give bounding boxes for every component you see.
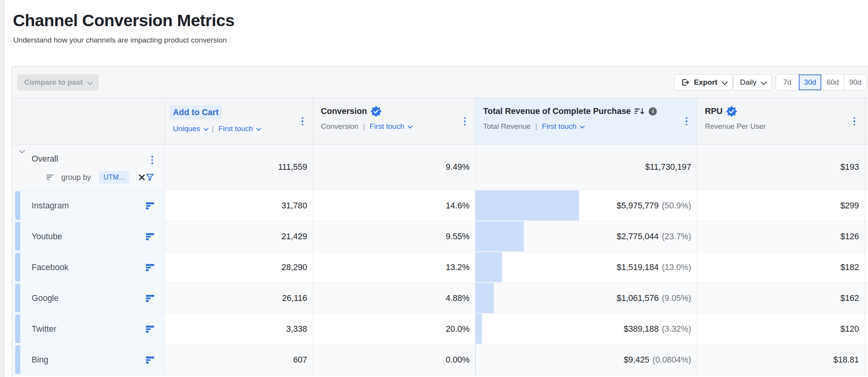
compare-to-past-button[interactable]: Compare to past — [17, 74, 99, 91]
revenue-share: (9.05%) — [662, 293, 691, 303]
revenue-share: (13.0%) — [662, 263, 691, 272]
revenue-bar — [475, 221, 524, 251]
row-label: Bing — [32, 355, 48, 365]
row-label-cell[interactable]: Youtube — [12, 221, 165, 252]
range-90d[interactable]: 90d — [844, 75, 866, 90]
total-revenue-value: $5,975,779 — [617, 201, 659, 211]
column-header-rpu: RPU — [697, 98, 864, 144]
table-row-overall: Overall group by UTM... — [12, 144, 868, 190]
attribution-dropdown[interactable]: First touch — [219, 124, 260, 133]
export-button[interactable]: Export — [674, 74, 733, 91]
cropped-cell — [864, 314, 868, 345]
chevron-down-icon — [87, 79, 93, 85]
column-menu-kebab-icon[interactable] — [684, 116, 689, 127]
row-label-cell[interactable]: Twitter — [12, 314, 165, 345]
chevron-down-icon — [580, 123, 585, 128]
total-revenue-cell: $2,775,044 (23.7%) — [475, 221, 697, 252]
remove-group-by-icon[interactable] — [139, 174, 145, 181]
row-color-stripe — [15, 345, 20, 374]
row-label-cell[interactable]: Facebook — [12, 252, 165, 283]
total-revenue-value: $1,519,184 — [617, 263, 659, 272]
cropped-column-header — [864, 98, 868, 144]
column-menu-kebab-icon[interactable] — [462, 116, 468, 127]
group-by-property-chip[interactable]: UTM... — [99, 171, 129, 184]
measure-label: Total Revenue — [483, 122, 530, 131]
row-label: Instagram — [32, 201, 69, 211]
chevron-down-icon — [256, 126, 261, 131]
rpu-value: $126 — [697, 221, 864, 252]
row-label-cell[interactable]: Instagram — [12, 190, 165, 221]
breakdown-bars-icon[interactable] — [146, 203, 155, 209]
breakdown-bars-icon[interactable] — [146, 326, 155, 333]
revenue-bar — [475, 314, 482, 344]
row-label: Youtube — [32, 232, 62, 242]
conversion-title[interactable]: Conversion — [321, 105, 367, 117]
granularity-button[interactable]: Daily — [733, 74, 772, 91]
page-header: Channel Conversion Metrics Understand ho… — [13, 8, 235, 44]
group-by-label: group by — [61, 173, 91, 182]
row-label: Facebook — [32, 263, 68, 272]
overall-label-cell[interactable]: Overall group by UTM... — [12, 144, 165, 190]
row-color-stripe — [15, 315, 20, 343]
table-header: Add to Cart Uniques | First touch — [12, 98, 868, 144]
separator: | — [212, 124, 214, 133]
revenue-share: (50.9%) — [662, 201, 691, 211]
range-60d[interactable]: 60d — [821, 75, 844, 90]
breakdown-bars-icon[interactable] — [146, 264, 155, 271]
conversion-value: 14.6% — [313, 190, 475, 221]
total-revenue-value: $389,188 — [624, 324, 659, 334]
separator: | — [363, 122, 365, 131]
filter-funnel-icon[interactable] — [145, 172, 155, 182]
breakdown-bars-icon[interactable] — [146, 357, 155, 363]
column-title[interactable]: Add to Cart — [173, 105, 313, 119]
total-revenue-title[interactable]: Total Revenue of Complete Purchase — [483, 105, 631, 117]
breakdown-bars-icon[interactable] — [146, 295, 155, 302]
range-30d[interactable]: 30d — [799, 75, 821, 90]
cropped-cell — [864, 190, 868, 221]
granularity-label: Daily — [740, 78, 756, 87]
drag-handle-icon[interactable] — [46, 174, 54, 180]
page-subtitle: Understand how your channels are impacti… — [13, 36, 235, 44]
cropped-cell — [864, 144, 868, 190]
add-to-cart-value: 26,116 — [165, 283, 313, 314]
attribution-dropdown[interactable]: First touch — [542, 122, 583, 131]
page-title: Channel Conversion Metrics — [13, 8, 235, 33]
cropped-cell — [864, 221, 868, 252]
column-menu-kebab-icon[interactable] — [300, 116, 305, 127]
total-revenue-value: $1,061,576 — [617, 293, 659, 303]
row-color-stripe — [15, 284, 20, 312]
info-icon[interactable]: i — [649, 107, 657, 116]
add-to-cart-value: 3,338 — [165, 314, 313, 345]
total-revenue-cell: $5,975,779 (50.9%) — [475, 190, 697, 221]
table-row-bing: Bing 607 0.00% $9,425 (0.0804%) $18.81 — [12, 345, 868, 375]
row-label-cell[interactable]: Bing — [12, 345, 165, 375]
row-label-cell[interactable]: Google — [12, 283, 165, 314]
rpu-value: $162 — [697, 283, 864, 314]
row-menu-kebab-icon[interactable] — [150, 154, 155, 166]
row-color-stripe — [15, 191, 20, 220]
breakdown-bars-icon[interactable] — [146, 233, 155, 240]
column-header-conversion: Conversion — [313, 98, 475, 144]
attribution-dropdown[interactable]: First touch — [370, 122, 411, 131]
row-color-stripe — [15, 222, 20, 251]
sort-descending-icon[interactable] — [635, 107, 645, 116]
table-row-google: Google 26,116 4.88% $1,061,576 (9.05%) $… — [12, 283, 868, 314]
revenue-share: (0.0804%) — [653, 355, 691, 365]
cropped-cell — [864, 345, 868, 375]
revenue-share: (23.7%) — [662, 232, 691, 242]
add-to-cart-title[interactable]: Add to Cart — [169, 105, 222, 119]
add-to-cart-value: 111,559 — [165, 144, 313, 190]
panel-toolbar: Compare to past Export Daily — [12, 67, 868, 98]
rpu-value: $182 — [697, 252, 864, 283]
row-color-stripe — [15, 253, 20, 281]
chevron-down-icon — [203, 126, 208, 131]
range-7d[interactable]: 7d — [776, 75, 799, 90]
measure-dropdown[interactable]: Uniques — [173, 124, 207, 133]
column-menu-kebab-icon[interactable] — [852, 116, 857, 127]
verified-badge-icon — [726, 106, 737, 117]
cropped-cell — [864, 283, 868, 314]
rpu-title[interactable]: RPU — [705, 105, 722, 117]
rpu-subtitle: Revenue Per User — [705, 122, 766, 131]
chevron-down-icon — [722, 79, 728, 85]
table-row-twitter: Twitter 3,338 20.0% $389,188 (3.32%) $12… — [12, 314, 868, 345]
